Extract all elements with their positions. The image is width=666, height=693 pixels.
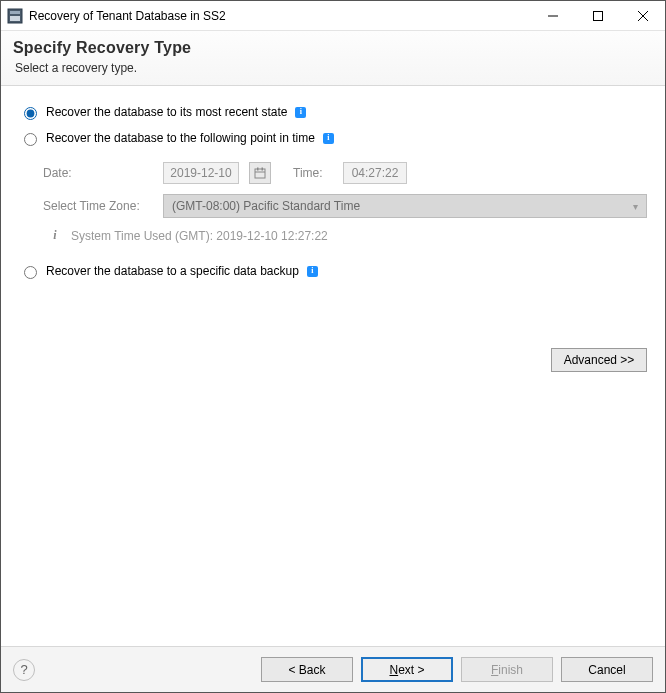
svg-rect-2 xyxy=(10,16,20,21)
date-picker-button[interactable] xyxy=(249,162,271,184)
wizard-footer: ? < Back Next > Finish Cancel xyxy=(1,646,665,692)
option-point-in-time[interactable]: Recover the database to the following po… xyxy=(19,130,647,146)
info-icon[interactable]: i xyxy=(295,107,306,118)
next-button[interactable]: Next > xyxy=(361,657,453,682)
time-label: Time: xyxy=(293,166,333,180)
info-icon[interactable]: i xyxy=(323,133,334,144)
info-icon: i xyxy=(49,228,61,243)
radio-specific-backup[interactable] xyxy=(24,266,37,279)
radio-most-recent[interactable] xyxy=(24,107,37,120)
option-most-recent[interactable]: Recover the database to its most recent … xyxy=(19,104,647,120)
svg-rect-10 xyxy=(262,168,264,171)
radio-point-in-time-label: Recover the database to the following po… xyxy=(46,131,315,145)
window-controls xyxy=(530,1,665,30)
advanced-button[interactable]: Advanced >> xyxy=(551,348,647,372)
page-subtitle: Select a recovery type. xyxy=(15,61,653,75)
svg-rect-1 xyxy=(10,11,20,14)
svg-rect-9 xyxy=(257,168,259,171)
system-time-text: System Time Used (GMT): 2019-12-10 12:27… xyxy=(71,229,328,243)
back-button[interactable]: < Back xyxy=(261,657,353,682)
radio-point-in-time[interactable] xyxy=(24,133,37,146)
maximize-button[interactable] xyxy=(575,1,620,30)
next-mnemonic: N xyxy=(389,663,398,677)
option-specific-backup[interactable]: Recover the database to a specific data … xyxy=(19,263,647,279)
cancel-button[interactable]: Cancel xyxy=(561,657,653,682)
help-button[interactable]: ? xyxy=(13,659,35,681)
finish-rest: inish xyxy=(498,663,523,677)
calendar-icon xyxy=(254,167,266,179)
wizard-header: Specify Recovery Type Select a recovery … xyxy=(1,31,665,86)
info-icon[interactable]: i xyxy=(307,266,318,277)
svg-rect-7 xyxy=(255,169,265,178)
finish-button: Finish xyxy=(461,657,553,682)
close-button[interactable] xyxy=(620,1,665,30)
help-icon: ? xyxy=(20,662,27,677)
timezone-select[interactable]: (GMT-08:00) Pacific Standard Time ▾ xyxy=(163,194,647,218)
wizard-body: Recover the database to its most recent … xyxy=(1,86,665,646)
radio-specific-backup-label: Recover the database to a specific data … xyxy=(46,264,299,278)
date-label: Date: xyxy=(43,166,153,180)
system-time-row: i System Time Used (GMT): 2019-12-10 12:… xyxy=(49,228,647,243)
page-title: Specify Recovery Type xyxy=(13,39,653,57)
svg-rect-4 xyxy=(593,11,602,20)
minimize-button[interactable] xyxy=(530,1,575,30)
timezone-label: Select Time Zone: xyxy=(43,199,153,213)
date-time-row: Date: 2019-12-10 Time: 04:27:22 xyxy=(43,162,647,184)
next-rest: ext > xyxy=(398,663,424,677)
titlebar: Recovery of Tenant Database in SS2 xyxy=(1,1,665,31)
date-field[interactable]: 2019-12-10 xyxy=(163,162,239,184)
radio-most-recent-label: Recover the database to its most recent … xyxy=(46,105,287,119)
time-field[interactable]: 04:27:22 xyxy=(343,162,407,184)
app-icon xyxy=(7,8,23,24)
chevron-down-icon: ▾ xyxy=(633,201,638,212)
timezone-row: Select Time Zone: (GMT-08:00) Pacific St… xyxy=(43,194,647,218)
timezone-value: (GMT-08:00) Pacific Standard Time xyxy=(172,199,360,213)
window-title: Recovery of Tenant Database in SS2 xyxy=(29,9,530,23)
point-in-time-subarea: Date: 2019-12-10 Time: 04:27:22 Select T… xyxy=(19,156,647,257)
